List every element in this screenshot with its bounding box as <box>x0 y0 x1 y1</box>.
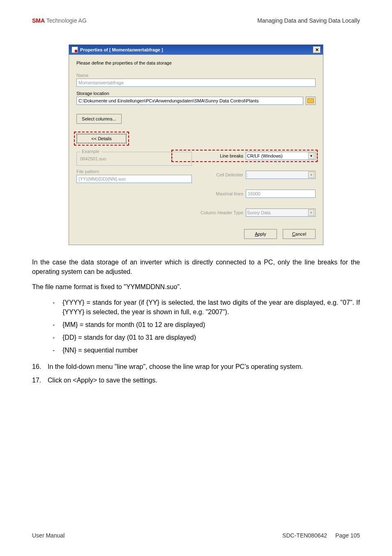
bullet-content: {NN} = sequential number <box>62 345 360 355</box>
name-input[interactable] <box>76 79 316 87</box>
column-header-select[interactable]: Sunny Data ▼ <box>246 208 316 217</box>
name-field-group: Name <box>76 73 316 87</box>
app-icon <box>71 46 78 53</box>
step-number: 17. <box>32 375 48 385</box>
bullet-content: {YYYY} = stands for year (if {YY} is sel… <box>62 298 360 317</box>
dialog-title: Properties of [ Momentanwertabfrage ] <box>80 47 163 52</box>
line-breaks-select[interactable]: CR/LF (Windows) ▼ <box>246 152 316 160</box>
lower-grid: Example 0842501.suo File pattern Line br… <box>76 152 316 217</box>
bullet-item: - {MM} = stands for month (01 to 12 are … <box>53 320 360 329</box>
folder-icon <box>307 98 314 103</box>
page-number: Page 105 <box>335 532 360 539</box>
step-content: In the fold-down menu "line wrap", choos… <box>48 362 360 371</box>
page-header: SMA Technologie AG Managing Data and Sav… <box>32 17 360 24</box>
example-legend: Example <box>80 149 101 154</box>
column-header-row: Column Header Type Sunny Data ▼ <box>200 208 316 217</box>
storage-label: Storage location <box>76 91 316 96</box>
bullet-dash: - <box>53 345 62 355</box>
bullet-dash: - <box>53 333 62 342</box>
select-columns-button[interactable]: Select columns... <box>76 114 122 124</box>
name-label: Name <box>76 73 316 78</box>
close-button[interactable]: ✕ <box>313 46 321 53</box>
cell-delimiter-value: ; <box>247 172 248 177</box>
cell-delimiter-label: Cell Delimiter <box>217 172 243 177</box>
dialog-body: Please define the properties of the data… <box>69 55 323 245</box>
file-pattern-input[interactable] <box>76 175 192 183</box>
cancel-button[interactable]: Cancel <box>283 229 316 239</box>
step-16: 16. In the fold-down menu "line wrap", c… <box>32 362 360 371</box>
header-left: SMA Technologie AG <box>32 17 87 24</box>
select-columns-row: Select columns... <box>76 114 316 124</box>
section-title: Managing Data and Saving Data Locally <box>257 17 360 24</box>
footer-right: SDC-TEN080642 Page 105 <box>282 532 360 539</box>
example-fieldset: Example 0842501.suo <box>76 152 192 166</box>
chevron-down-icon: ▼ <box>308 153 314 159</box>
step-number: 16. <box>32 362 48 371</box>
max-lines-row: Maximal lines <box>200 190 316 198</box>
step-content: Click on <Apply> to save the settings. <box>48 375 360 385</box>
max-lines-input[interactable] <box>246 190 316 198</box>
chevron-down-icon: ▼ <box>308 209 314 216</box>
bullet-content: {DD} = stands for day (01 to 31 are disp… <box>62 333 360 342</box>
file-pattern-group: File pattern <box>76 169 192 183</box>
details-wrap: << Details <box>76 134 127 144</box>
cell-delimiter-select[interactable]: ; ▼ <box>246 171 316 179</box>
numbered-list: 16. In the fold-down menu "line wrap", c… <box>32 362 360 385</box>
close-icon: ✕ <box>315 47 319 53</box>
page-footer: User Manual SDC-TEN080642 Page 105 <box>32 532 360 539</box>
company-name: Technologie AG <box>45 17 87 24</box>
dialog-titlebar[interactable]: Properties of [ Momentanwertabfrage ] ✕ <box>69 45 323 55</box>
brand: SMA <box>32 17 45 24</box>
properties-dialog: Properties of [ Momentanwertabfrage ] ✕ … <box>69 44 323 245</box>
cell-delimiter-row: Cell Delimiter ; ▼ <box>200 171 316 179</box>
details-button[interactable]: << Details <box>76 134 127 144</box>
bullet-item: - {NN} = sequential number <box>53 345 360 355</box>
dialog-buttons: Apply Cancel <box>76 229 316 239</box>
file-pattern-label: File pattern <box>76 169 192 174</box>
apply-button[interactable]: Apply <box>244 229 277 239</box>
bullet-dash: - <box>53 320 62 329</box>
line-breaks-label: Line breaks <box>220 153 243 158</box>
titlebar-left: Properties of [ Momentanwertabfrage ] <box>71 46 163 53</box>
bullet-item: - {YYYY} = stands for year (if {YY} is s… <box>53 298 360 317</box>
bullet-dash: - <box>53 298 62 317</box>
bullet-item: - {DD} = stands for day (01 to 31 are di… <box>53 333 360 342</box>
left-col: Example 0842501.suo File pattern <box>76 152 192 183</box>
storage-location-input[interactable] <box>76 97 303 105</box>
right-col: Line breaks CR/LF (Windows) ▼ Cell Delim… <box>200 152 316 217</box>
step-17: 17. Click on <Apply> to save the setting… <box>32 375 360 385</box>
column-header-value: Sunny Data <box>247 210 270 215</box>
column-header-label: Column Header Type <box>201 210 243 215</box>
paragraph-2: The file name format is fixed to "YYMMDD… <box>32 282 360 292</box>
chevron-down-icon: ▼ <box>308 171 314 178</box>
bullet-content: {MM} = stands for month (01 to 12 are di… <box>62 320 360 329</box>
browse-button[interactable] <box>306 97 316 105</box>
footer-left: User Manual <box>32 532 65 539</box>
max-lines-label: Maximal lines <box>216 191 243 196</box>
example-value: 0842501.suo <box>80 155 188 161</box>
doc-id: SDC-TEN080642 <box>282 532 327 539</box>
bullet-list: - {YYYY} = stands for year (if {YY} is s… <box>53 298 360 355</box>
line-breaks-row: Line breaks CR/LF (Windows) ▼ <box>200 152 316 160</box>
line-breaks-value: CR/LF (Windows) <box>247 153 283 158</box>
storage-field-group: Storage location <box>76 91 316 105</box>
dialog-instruction: Please define the properties of the data… <box>76 60 316 65</box>
paragraph-1: In the case the data storage of an inver… <box>32 257 360 276</box>
